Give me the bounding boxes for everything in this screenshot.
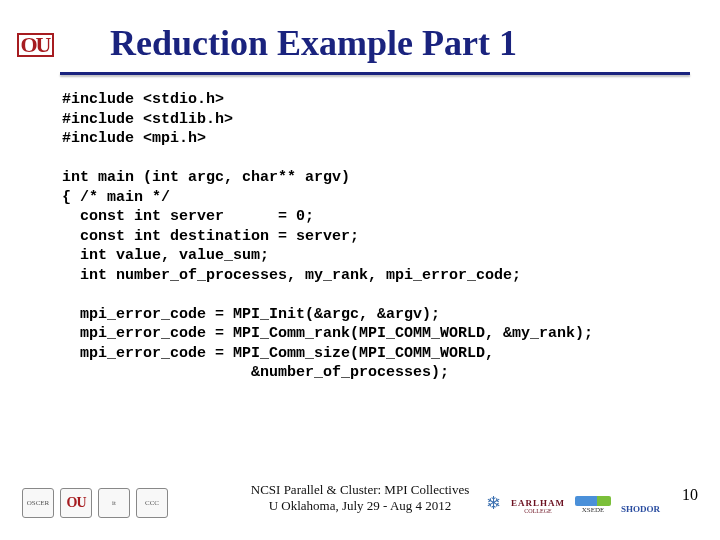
page-number: 10 bbox=[682, 486, 698, 504]
xsede-logo: XSEDE bbox=[575, 496, 611, 514]
footer-caption-line2: U Oklahoma, July 29 - Aug 4 2012 bbox=[210, 498, 510, 514]
title-underline bbox=[60, 72, 690, 75]
footer-logos-left: OSCER OU it CCC bbox=[22, 488, 168, 518]
snowflake-icon: ❄ bbox=[486, 492, 501, 514]
footer-logos-right: ❄ EARLHAM COLLEGE XSEDE SHODOR bbox=[486, 492, 660, 514]
footer-caption-line1: NCSI Parallel & Cluster: MPI Collectives bbox=[210, 482, 510, 498]
it-badge: it bbox=[98, 488, 130, 518]
earlham-logo: EARLHAM COLLEGE bbox=[511, 498, 565, 514]
shodor-logo: SHODOR bbox=[621, 504, 660, 514]
footer: OSCER OU it CCC NCSI Parallel & Cluster:… bbox=[0, 458, 720, 518]
oscer-badge: OSCER bbox=[22, 488, 54, 518]
ou-logo-text: OU bbox=[17, 33, 54, 57]
slide: OU Reduction Example Part 1 #include <st… bbox=[0, 0, 720, 540]
footer-caption: NCSI Parallel & Cluster: MPI Collectives… bbox=[210, 482, 510, 515]
page-title: Reduction Example Part 1 bbox=[110, 22, 680, 64]
earlham-subtext: COLLEGE bbox=[524, 508, 551, 514]
ccc-badge: CCC bbox=[136, 488, 168, 518]
xsede-text: XSEDE bbox=[582, 506, 605, 514]
earlham-text: EARLHAM bbox=[511, 498, 565, 508]
code-listing: #include <stdio.h> #include <stdlib.h> #… bbox=[62, 90, 690, 383]
ou-logo: OU bbox=[18, 28, 52, 62]
xsede-mark-icon bbox=[575, 496, 611, 506]
shodor-text: SHODOR bbox=[621, 504, 660, 514]
ou-mini-badge: OU bbox=[60, 488, 92, 518]
